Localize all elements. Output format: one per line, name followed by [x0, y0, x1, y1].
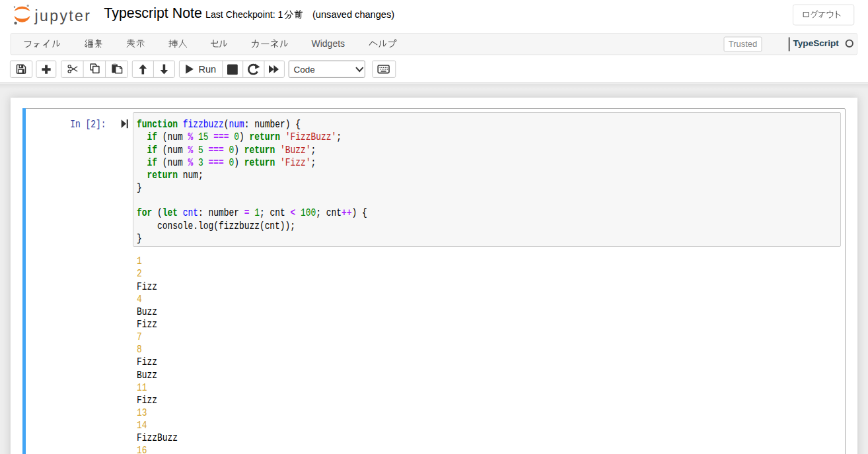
svg-text:(: ( — [152, 207, 162, 219]
svg-text:;: ; — [311, 144, 316, 156]
svg-text:16: 16 — [137, 445, 147, 454]
svg-text:return: return — [250, 131, 280, 143]
svg-text:100: 100 — [301, 207, 316, 219]
svg-text:2: 2 — [137, 268, 142, 280]
svg-text:;: ; — [336, 131, 342, 143]
svg-text:%: % — [188, 156, 194, 168]
svg-text:0: 0 — [229, 156, 235, 168]
svg-text:<: < — [291, 207, 296, 219]
svg-text:7: 7 — [137, 331, 142, 343]
svg-text:++: ++ — [342, 207, 352, 219]
svg-text:Widgets: Widgets — [312, 38, 345, 49]
svg-text:: number) {: : number) { — [244, 119, 301, 131]
svg-text:0: 0 — [229, 144, 235, 156]
svg-text:): ) — [234, 156, 244, 168]
svg-text:===: === — [213, 131, 229, 143]
svg-text:(: ( — [224, 119, 229, 131]
svg-text:===: === — [209, 156, 224, 168]
svg-text:cnt: cnt — [183, 207, 198, 219]
svg-text:): ) — [234, 144, 244, 156]
svg-text:13: 13 — [137, 407, 147, 419]
svg-text:}: } — [137, 232, 142, 244]
svg-text:15: 15 — [198, 131, 208, 143]
svg-text:4: 4 — [137, 293, 142, 305]
svg-text:1: 1 — [137, 255, 142, 267]
svg-text:if: if — [147, 156, 158, 168]
svg-text:Buzz: Buzz — [137, 306, 157, 317]
svg-text:%: % — [188, 131, 194, 143]
svg-text:Code: Code — [294, 65, 315, 75]
svg-text:Run: Run — [199, 64, 217, 75]
svg-text:num;: num; — [178, 170, 203, 181]
svg-text:;: ; — [311, 156, 316, 168]
svg-text:8: 8 — [137, 344, 142, 356]
svg-text:=: = — [244, 207, 250, 219]
svg-text:FizzBuzz: FizzBuzz — [137, 432, 178, 444]
svg-text:1: 1 — [254, 207, 260, 219]
svg-text:(num: (num — [157, 131, 188, 143]
svg-text:: number: : number — [198, 207, 244, 219]
svg-text:3: 3 — [198, 156, 203, 168]
svg-text:}: } — [137, 182, 142, 194]
svg-text:if: if — [147, 144, 158, 156]
svg-text:return: return — [244, 156, 275, 168]
svg-text:5: 5 — [198, 144, 203, 156]
svg-text:(unsaved changes): (unsaved changes) — [312, 9, 394, 20]
svg-text:===: === — [209, 144, 224, 156]
svg-text:; cnt: ; cnt — [316, 207, 342, 219]
svg-text:Fizz: Fizz — [137, 356, 157, 368]
svg-text:console.log(fizzbuzz(cnt));: console.log(fizzbuzz(cnt)); — [137, 220, 295, 232]
svg-text:'FizzBuzz': 'FizzBuzz' — [285, 131, 336, 143]
svg-text:for: for — [137, 207, 152, 219]
svg-text:return: return — [147, 170, 178, 181]
svg-text:(num: (num — [157, 156, 188, 168]
svg-text:In [2]:: In [2]: — [70, 119, 106, 131]
svg-text:TypeScript: TypeScript — [793, 38, 840, 48]
svg-text:14: 14 — [137, 420, 147, 432]
svg-text:'Buzz': 'Buzz' — [280, 144, 310, 156]
svg-text:'Fizz': 'Fizz' — [280, 156, 310, 168]
svg-text:let: let — [163, 207, 178, 219]
svg-text:; cnt: ; cnt — [260, 207, 290, 219]
svg-text:Fizz: Fizz — [137, 280, 157, 292]
svg-text:num: num — [229, 119, 244, 131]
svg-text:function: function — [137, 119, 178, 131]
svg-text:(num: (num — [157, 144, 188, 156]
svg-text:Typescript Note: Typescript Note — [104, 5, 202, 21]
svg-text:11: 11 — [137, 381, 147, 393]
svg-text:Buzz: Buzz — [137, 369, 157, 381]
svg-text:if: if — [147, 131, 158, 143]
svg-text:Fizz: Fizz — [137, 319, 157, 331]
svg-text:fizzbuzz: fizzbuzz — [183, 119, 224, 131]
svg-text:Fizz: Fizz — [137, 395, 157, 406]
svg-text:%: % — [188, 144, 194, 156]
svg-text:Last Checkpoint: 1: Last Checkpoint: 1 — [205, 9, 283, 20]
svg-text:jupyter: jupyter — [34, 7, 92, 24]
svg-text:Trusted: Trusted — [729, 39, 758, 49]
svg-text:0: 0 — [234, 131, 239, 143]
svg-text:return: return — [244, 144, 275, 156]
svg-text:) {: ) { — [352, 207, 367, 219]
svg-text:): ) — [239, 131, 249, 143]
